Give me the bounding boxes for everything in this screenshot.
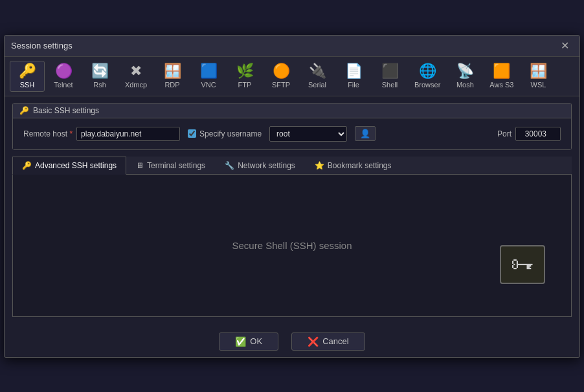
- key-icon-box: 🗝: [500, 245, 545, 284]
- protocol-mosh-label: Mosh: [456, 81, 474, 89]
- aws-s3-icon: 🟧: [493, 64, 510, 78]
- vnc-icon: 🟦: [200, 64, 218, 78]
- protocol-file-label: File: [348, 81, 359, 89]
- user-browse-icon: 👤: [360, 129, 370, 138]
- ftp-icon: 🌿: [236, 64, 254, 78]
- remote-host-input[interactable]: [76, 127, 180, 141]
- protocol-xdmcp[interactable]: ✖ Xdmcp: [118, 61, 153, 92]
- basic-ssh-panel: 🔑 Basic SSH settings Remote host * Speci…: [12, 103, 572, 150]
- basic-ssh-header-icon: 🔑: [19, 106, 29, 115]
- key-icon: 🗝: [511, 251, 534, 278]
- title-bar: Session settings ✕: [5, 36, 579, 57]
- username-select[interactable]: root: [269, 126, 347, 142]
- ok-button[interactable]: ✅ OK: [219, 332, 278, 351]
- cancel-label: Cancel: [322, 336, 348, 346]
- protocol-rsh[interactable]: 🔄 Rsh: [82, 61, 117, 92]
- tab-terminal[interactable]: 🖥 Terminal settings: [126, 157, 215, 174]
- serial-icon: 🔌: [309, 64, 326, 78]
- protocol-mosh[interactable]: 📡 Mosh: [447, 61, 482, 92]
- protocol-ssh[interactable]: 🔑 SSH: [10, 61, 45, 92]
- specify-username-checkbox[interactable]: [188, 129, 196, 138]
- protocol-wsl[interactable]: 🪟 WSL: [521, 61, 556, 92]
- ssh-icon: 🔑: [19, 64, 36, 78]
- protocol-telnet[interactable]: 🟣 Telnet: [46, 61, 81, 92]
- wsl-icon: 🪟: [530, 64, 547, 78]
- protocol-ssh-label: SSH: [20, 81, 35, 89]
- protocol-rdp[interactable]: 🪟 RDP: [155, 61, 190, 92]
- remote-host-label: Remote host *: [23, 129, 73, 138]
- protocol-aws-s3-label: Aws S3: [489, 81, 513, 89]
- protocol-browser-label: Browser: [414, 81, 440, 89]
- protocol-telnet-label: Telnet: [54, 81, 73, 89]
- session-description-area: Secure Shell (SSH) session: [232, 240, 352, 251]
- session-description-text: Secure Shell (SSH) session: [232, 240, 352, 251]
- session-settings-dialog: Session settings ✕ 🔑 SSH 🟣 Telnet 🔄 Rsh …: [4, 35, 580, 358]
- ok-icon: ✅: [235, 336, 246, 347]
- xdmcp-icon: ✖: [130, 64, 142, 78]
- protocol-rsh-label: Rsh: [93, 81, 106, 89]
- network-icon: 🔧: [225, 161, 234, 170]
- basic-ssh-panel-body: Remote host * Specify username root 👤: [13, 118, 571, 149]
- protocol-vnc-label: VNC: [201, 81, 216, 89]
- protocol-ftp[interactable]: 🌿 FTP: [227, 61, 262, 92]
- content-area: 🔑 Basic SSH settings Remote host * Speci…: [5, 96, 579, 323]
- protocol-xdmcp-label: Xdmcp: [125, 81, 147, 89]
- protocol-sftp[interactable]: 🟠 SFTP: [264, 61, 298, 92]
- shell-icon: ⬛: [381, 64, 399, 78]
- telnet-icon: 🟣: [55, 64, 73, 78]
- tab-network-label: Network settings: [238, 161, 295, 170]
- remote-host-group: Remote host *: [23, 127, 180, 141]
- protocol-ftp-label: FTP: [238, 81, 252, 89]
- protocol-aws-s3[interactable]: 🟧 Aws S3: [484, 61, 519, 92]
- tab-content-area: Secure Shell (SSH) session 🗝: [12, 175, 572, 317]
- rsh-icon: 🔄: [91, 64, 109, 78]
- port-group: Port: [497, 127, 561, 141]
- specify-username-group: Specify username: [188, 129, 262, 138]
- protocol-file[interactable]: 📄 File: [336, 61, 371, 92]
- protocol-rdp-label: RDP: [164, 81, 179, 89]
- protocol-vnc[interactable]: 🟦 VNC: [191, 61, 226, 92]
- basic-ssh-panel-title: Basic SSH settings: [33, 106, 99, 115]
- browser-icon: 🌐: [419, 64, 436, 78]
- user-icon-button[interactable]: 👤: [355, 126, 376, 141]
- protocol-shell-label: Shell: [382, 81, 398, 89]
- advanced-ssh-icon: 🔑: [22, 161, 32, 170]
- ok-label: OK: [250, 336, 262, 346]
- key-icon-wrapper: 🗝: [500, 245, 545, 284]
- bookmark-icon: ⭐: [315, 161, 324, 170]
- protocol-wsl-label: WSL: [531, 81, 546, 89]
- required-marker: *: [69, 129, 73, 138]
- tab-advanced-ssh-label: Advanced SSH settings: [35, 161, 117, 170]
- settings-tab-bar: 🔑 Advanced SSH settings 🖥 Terminal setti…: [12, 157, 572, 175]
- terminal-icon: 🖥: [136, 161, 144, 170]
- protocol-browser[interactable]: 🌐 Browser: [409, 61, 446, 92]
- sftp-icon: 🟠: [273, 64, 290, 78]
- rdp-icon: 🪟: [164, 64, 181, 78]
- protocol-toolbar: 🔑 SSH 🟣 Telnet 🔄 Rsh ✖ Xdmcp 🪟 RDP 🟦 VNC: [5, 57, 579, 96]
- basic-ssh-panel-header: 🔑 Basic SSH settings: [13, 103, 571, 118]
- dialog-title: Session settings: [11, 41, 73, 50]
- port-input[interactable]: [515, 127, 561, 141]
- tab-advanced-ssh[interactable]: 🔑 Advanced SSH settings: [12, 157, 126, 175]
- footer: ✅ OK ❌ Cancel: [5, 323, 579, 357]
- cancel-icon: ❌: [308, 336, 319, 347]
- cancel-button[interactable]: ❌ Cancel: [291, 332, 365, 351]
- protocol-serial-label: Serial: [308, 81, 326, 89]
- settings-tabs-container: 🔑 Advanced SSH settings 🖥 Terminal setti…: [12, 157, 572, 317]
- tab-terminal-label: Terminal settings: [147, 161, 205, 170]
- specify-username-label: Specify username: [199, 129, 262, 138]
- protocol-shell[interactable]: ⬛ Shell: [372, 61, 407, 92]
- close-button[interactable]: ✕: [557, 39, 573, 52]
- tab-network[interactable]: 🔧 Network settings: [215, 157, 305, 174]
- file-icon: 📄: [345, 64, 363, 78]
- port-label: Port: [497, 129, 511, 138]
- tab-bookmark[interactable]: ⭐ Bookmark settings: [305, 157, 401, 174]
- protocol-serial[interactable]: 🔌 Serial: [300, 61, 335, 92]
- tab-bookmark-label: Bookmark settings: [328, 161, 392, 170]
- protocol-sftp-label: SFTP: [272, 81, 290, 89]
- mosh-icon: 📡: [456, 64, 474, 78]
